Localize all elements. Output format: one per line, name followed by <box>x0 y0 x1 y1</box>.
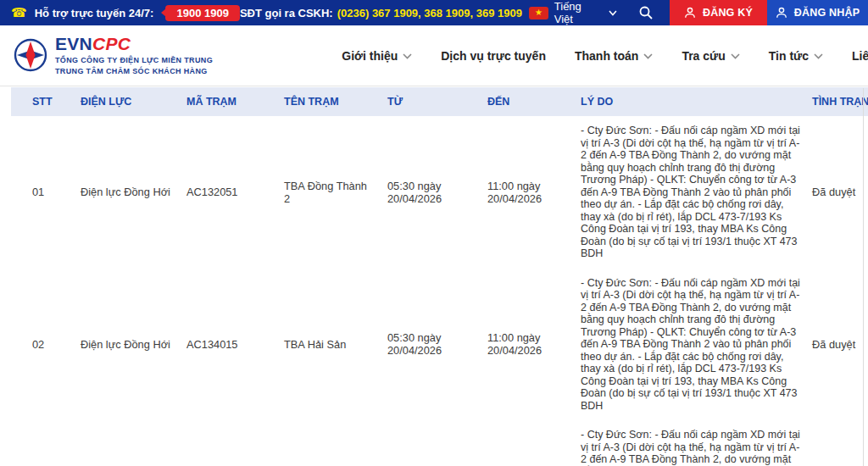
nav-item-label: Giới thiệu <box>342 49 398 63</box>
chevron-down-icon <box>403 53 412 59</box>
nav-item-4[interactable]: Tin tức <box>769 49 823 63</box>
nav-item-2[interactable]: Thanh toán <box>575 49 653 63</box>
nav-item-label: Tin tức <box>769 49 809 63</box>
language-selector[interactable]: ★ Tiếng Việt <box>522 0 629 25</box>
cell-den: 11:00 ngày 20/04/2026 <box>486 269 581 421</box>
main-nav: Giới thiệuDịch vụ trực tuyếnThanh toánTr… <box>342 49 868 63</box>
cell-ten_tram: TBA Hải Sản <box>284 269 386 421</box>
column-header-tinh_trang: TÌNH TRẠNG <box>810 87 868 116</box>
chevron-down-icon <box>731 53 740 59</box>
outage-table-wrap: STTĐIỆN LỰCMÃ TRẠMTÊN TRẠMTỪĐẾNLÝ DOTÌNH… <box>0 87 868 466</box>
column-header-den: ĐẾN <box>486 87 581 116</box>
brand-text: EVNCPC TỔNG CÔNG TY ĐIỆN LỰC MIỀN TRUNG … <box>55 35 213 75</box>
register-label: ĐĂNG KÝ <box>703 7 753 19</box>
cskh-label: SĐT gọi ra CSKH: <box>240 7 333 19</box>
cskh-info: SĐT gọi ra CSKH: (0236) 367 1909, 368 19… <box>240 0 522 25</box>
column-header-ma_tram: MÃ TRẠM <box>186 87 284 116</box>
language-label: Tiếng Việt <box>554 0 603 25</box>
user-icon <box>684 7 696 19</box>
org-line-1: TỔNG CÔNG TY ĐIỆN LỰC MIỀN TRUNG <box>55 55 213 65</box>
cskh-numbers: (0236) 367 1909, 368 1909, 369 1909 <box>337 7 522 19</box>
nav-item-label: Dịch vụ trực tuyến <box>441 49 546 63</box>
site-header: EVNCPC TỔNG CÔNG TY ĐIỆN LỰC MIỀN TRUNG … <box>0 25 868 86</box>
cell-ly_do: - Cty Đức Sơn: - Đấu nối cáp ngầm XD mới… <box>581 269 810 421</box>
cell-ly_do: - Cty Đức Sơn: - Đấu nối cáp ngầm XD mới… <box>581 420 810 466</box>
user-icon <box>776 7 787 19</box>
search-button[interactable] <box>629 0 670 25</box>
column-header-dien_luc: ĐIỆN LỰC <box>79 87 186 116</box>
cell-den: 11:00 ngày 20/04/2026 <box>486 116 581 269</box>
brand-wordmark: EVNCPC <box>55 35 213 53</box>
evn-star-logo-icon <box>14 38 47 72</box>
cell-stt: 02 <box>11 269 79 421</box>
cell-ma_tram <box>186 420 284 466</box>
column-header-ly_do: LÝ DO <box>581 87 810 116</box>
cell-ten_tram: TBA Đồng Thành 2 <box>284 116 386 269</box>
topbar-support-group: ☎ Hỗ trợ trực tuyến 24/7: 1900 1909 <box>0 0 240 25</box>
topbar: ☎ Hỗ trợ trực tuyến 24/7: 1900 1909 SĐT … <box>0 0 868 25</box>
phone-icon: ☎ <box>11 5 27 20</box>
cell-tu: 05:30 ngày 20/04/2026 <box>386 420 486 466</box>
cell-stt: 01 <box>11 116 79 269</box>
cell-dien_luc: Điện lực Đồng Hới <box>79 269 186 421</box>
column-header-stt: STT <box>11 87 79 116</box>
brand-evn: EVN <box>55 34 92 53</box>
nav-item-1[interactable]: Dịch vụ trực tuyến <box>441 49 546 63</box>
vietnam-flag-icon: ★ <box>529 7 548 19</box>
nav-item-0[interactable]: Giới thiệu <box>342 49 412 63</box>
table-body: 01Điện lực Đồng HớiAC132051TBA Đồng Thàn… <box>11 116 868 466</box>
cell-ma_tram: AC132051 <box>186 116 284 269</box>
cell-den: 11:00 ngày 20/04/2026 <box>486 420 581 466</box>
org-line-2: TRUNG TÂM CHĂM SÓC KHÁCH HÀNG <box>55 66 213 76</box>
table-row: 02Điện lực Đồng HớiAC134015TBA Hải Sản05… <box>11 269 868 421</box>
register-button[interactable]: ĐĂNG KÝ <box>670 0 767 25</box>
cell-ma_tram: AC134015 <box>186 269 284 421</box>
outage-table: STTĐIỆN LỰCMÃ TRẠMTÊN TRẠMTỪĐẾNLÝ DOTÌNH… <box>11 87 868 466</box>
chevron-down-icon <box>814 53 823 59</box>
chevron-down-icon <box>643 53 653 59</box>
support-label: Hỗ trợ trực tuyến 24/7: <box>35 7 154 19</box>
table-row: 05:30 ngày 20/04/202611:00 ngày 20/04/20… <box>11 420 868 466</box>
cell-dien_luc: Điện lực Đồng Hới <box>79 116 186 269</box>
cell-tu: 05:30 ngày 20/04/2026 <box>386 116 486 269</box>
search-icon <box>639 6 653 19</box>
cell-tinh_trang: Đã duyệt <box>810 116 868 269</box>
column-header-tu: TỪ <box>386 87 486 116</box>
hotline-badge: 1900 1909 <box>165 5 239 21</box>
table-right-border <box>863 88 864 466</box>
cell-tu: 05:30 ngày 20/04/2026 <box>386 269 486 421</box>
cell-tinh_trang <box>810 420 868 466</box>
nav-item-5[interactable]: Liên hệ <box>852 49 868 63</box>
column-header-ten_tram: TÊN TRẠM <box>284 87 386 116</box>
nav-item-label: Liên hệ <box>852 49 868 63</box>
nav-item-label: Tra cứu <box>682 49 725 63</box>
table-row: 01Điện lực Đồng HớiAC132051TBA Đồng Thàn… <box>11 116 868 269</box>
topbar-right-group: ★ Tiếng Việt ĐĂNG KÝ ĐĂNG NHẬP <box>522 0 868 25</box>
login-label: ĐĂNG NHẬP <box>794 7 860 19</box>
brand-cpc: CPC <box>92 34 131 53</box>
cell-stt <box>11 420 79 466</box>
brand-logo[interactable]: EVNCPC TỔNG CÔNG TY ĐIỆN LỰC MIỀN TRUNG … <box>14 35 213 75</box>
login-button[interactable]: ĐĂNG NHẬP <box>767 0 868 25</box>
cell-tinh_trang: Đã duyệt <box>810 269 868 421</box>
cell-ly_do: - Cty Đức Sơn: - Đấu nối cáp ngầm XD mới… <box>581 116 810 269</box>
nav-item-3[interactable]: Tra cứu <box>682 49 739 63</box>
chevron-down-icon <box>609 10 617 16</box>
cell-ten_tram <box>284 420 386 466</box>
table-header-row: STTĐIỆN LỰCMÃ TRẠMTÊN TRẠMTỪĐẾNLÝ DOTÌNH… <box>11 87 868 116</box>
cell-dien_luc <box>79 420 186 466</box>
org-lines: TỔNG CÔNG TY ĐIỆN LỰC MIỀN TRUNG TRUNG T… <box>55 55 213 75</box>
nav-item-label: Thanh toán <box>575 49 638 63</box>
